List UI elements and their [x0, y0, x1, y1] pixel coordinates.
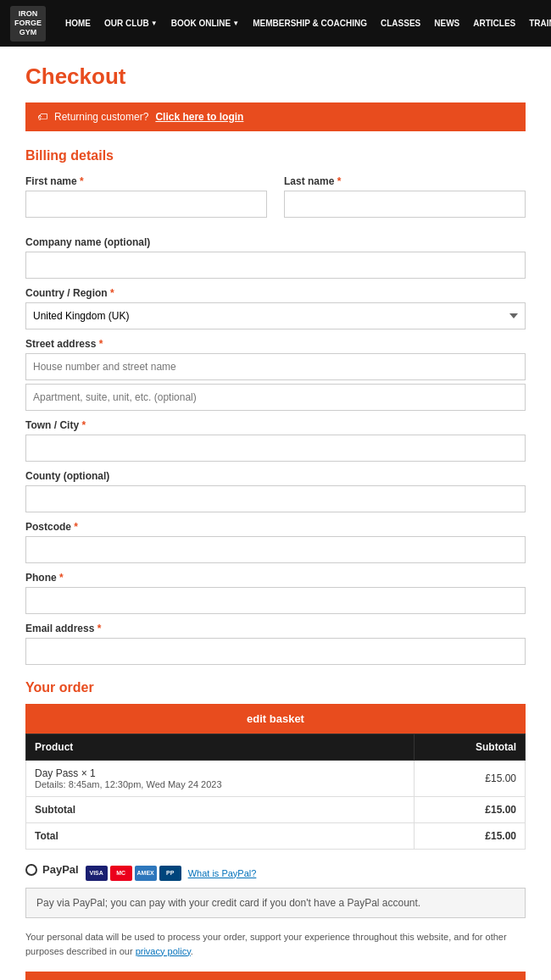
- company-label: Company name (optional): [25, 236, 526, 248]
- edit-basket-button[interactable]: edit basket: [25, 704, 526, 734]
- subtotal-value: £15.00: [415, 797, 526, 823]
- country-label: Country / Region *: [25, 287, 526, 299]
- phone-label: Phone *: [25, 572, 526, 584]
- required-star: *: [97, 623, 102, 634]
- what-paypal-link[interactable]: What is PayPal?: [188, 868, 257, 878]
- county-group: County (optional): [25, 470, 526, 512]
- first-name-group: First name *: [25, 175, 267, 218]
- product-qty: × 1: [81, 767, 96, 779]
- postcode-input[interactable]: [25, 536, 526, 563]
- paypal-header: PayPal VISA MC AMEX PP What is PayPal?: [25, 863, 526, 883]
- last-name-input[interactable]: [284, 191, 526, 218]
- phone-input[interactable]: [25, 587, 526, 614]
- billing-section: Billing details First name * Last name *…: [25, 148, 526, 665]
- street-input-2[interactable]: [25, 384, 526, 411]
- order-title: Your order: [25, 680, 526, 695]
- street-input-1[interactable]: [25, 353, 526, 380]
- first-name-label: First name *: [25, 175, 267, 187]
- proceed-to-paypal-button[interactable]: Proceed to PayPal: [25, 972, 526, 980]
- required-star: *: [337, 175, 342, 187]
- last-name-label: Last name *: [284, 175, 526, 187]
- payment-section: PayPal VISA MC AMEX PP What is PayPal? P…: [25, 863, 526, 980]
- visa-logo: VISA: [86, 866, 108, 881]
- nav-articles[interactable]: ARTICLES: [467, 15, 521, 31]
- street-label: Street address *: [25, 338, 526, 350]
- top-navigation: IRONFORGEGYM HOME OUR CLUB▼ BOOK ONLINE▼…: [0, 0, 551, 47]
- product-subtotal-cell: £15.00: [415, 761, 526, 797]
- paypal-radio[interactable]: [25, 864, 37, 876]
- required-star: *: [74, 521, 78, 533]
- country-group: Country / Region * United Kingdom (UK): [25, 287, 526, 329]
- subtotal-label: Subtotal: [26, 797, 415, 823]
- nav-classes[interactable]: CLASSES: [375, 15, 426, 31]
- privacy-note: Your personal data will be used to proce…: [25, 930, 526, 958]
- order-table: Product Subtotal Day Pass × 1 Details: 8…: [25, 734, 526, 850]
- phone-group: Phone *: [25, 572, 526, 614]
- street-group: Street address *: [25, 338, 526, 411]
- nav-book-online[interactable]: BOOK ONLINE▼: [165, 15, 245, 31]
- chevron-down-icon: ▼: [232, 19, 239, 27]
- subtotal-row: Subtotal £15.00: [26, 797, 526, 823]
- nav-our-club[interactable]: OUR CLUB▼: [98, 15, 164, 31]
- product-cell: Day Pass × 1 Details: 8:45am, 12:30pm, W…: [26, 761, 415, 797]
- required-star: *: [80, 175, 84, 187]
- table-row: Day Pass × 1 Details: 8:45am, 12:30pm, W…: [26, 761, 526, 797]
- paypal-info: Pay via PayPal; you can pay with your cr…: [25, 888, 526, 918]
- required-star: *: [99, 338, 103, 350]
- pp-logo: PP: [159, 866, 181, 881]
- city-label: Town / City *: [25, 419, 526, 431]
- nav-news[interactable]: NEWS: [428, 15, 465, 31]
- city-group: Town / City *: [25, 419, 526, 462]
- paypal-logos: VISA MC AMEX PP: [86, 866, 181, 881]
- returning-icon: 🏷: [37, 111, 47, 123]
- company-input[interactable]: [25, 252, 526, 279]
- paypal-info-text: Pay via PayPal; you can pay with your cr…: [36, 897, 420, 909]
- city-input[interactable]: [25, 435, 526, 462]
- returning-text: Returning customer?: [54, 111, 148, 123]
- postcode-label: Postcode *: [25, 521, 526, 533]
- product-name: Day Pass: [35, 767, 78, 779]
- subtotal-header: Subtotal: [415, 734, 526, 761]
- required-star: *: [59, 572, 64, 584]
- county-label: County (optional): [25, 470, 526, 482]
- required-star: *: [81, 419, 86, 431]
- chevron-down-icon: ▼: [151, 19, 158, 27]
- postcode-group: Postcode *: [25, 521, 526, 563]
- nav-training-logs[interactable]: TRAINING LOGS: [523, 15, 551, 31]
- total-row: Total £15.00: [26, 823, 526, 850]
- first-name-input[interactable]: [25, 191, 267, 218]
- total-value: £15.00: [415, 823, 526, 850]
- product-header: Product: [26, 734, 415, 761]
- mastercard-logo: MC: [110, 866, 132, 881]
- total-label: Total: [26, 823, 415, 850]
- billing-title: Billing details: [25, 148, 526, 163]
- main-content: Checkout 🏷 Returning customer? Click her…: [0, 47, 551, 980]
- logo-icon: IRONFORGEGYM: [10, 6, 46, 42]
- county-input[interactable]: [25, 485, 526, 512]
- required-star: *: [110, 287, 114, 299]
- product-details: Details: 8:45am, 12:30pm, Wed May 24 202…: [35, 779, 405, 789]
- paypal-radio-row: PayPal: [25, 863, 79, 876]
- nav-home[interactable]: HOME: [59, 15, 97, 31]
- last-name-group: Last name *: [284, 175, 526, 218]
- page-title: Checkout: [25, 64, 526, 90]
- returning-customer-banner: 🏷 Returning customer? Click here to logi…: [25, 102, 526, 131]
- amex-logo: AMEX: [135, 866, 157, 881]
- email-input[interactable]: [25, 638, 526, 665]
- login-link[interactable]: Click here to login: [155, 111, 243, 123]
- company-group: Company name (optional): [25, 236, 526, 279]
- logo[interactable]: IRONFORGEGYM: [10, 6, 46, 42]
- privacy-policy-link[interactable]: privacy policy: [136, 946, 191, 956]
- nav-membership[interactable]: MEMBERSHIP & COACHING: [247, 15, 373, 31]
- paypal-label: PayPal: [42, 863, 79, 876]
- email-group: Email address *: [25, 623, 526, 665]
- email-label: Email address *: [25, 623, 526, 634]
- nav-links: HOME OUR CLUB▼ BOOK ONLINE▼ MEMBERSHIP &…: [59, 15, 551, 31]
- name-row: First name * Last name *: [25, 175, 526, 226]
- order-section: Your order edit basket Product Subtotal …: [25, 680, 526, 850]
- country-select[interactable]: United Kingdom (UK): [25, 302, 526, 329]
